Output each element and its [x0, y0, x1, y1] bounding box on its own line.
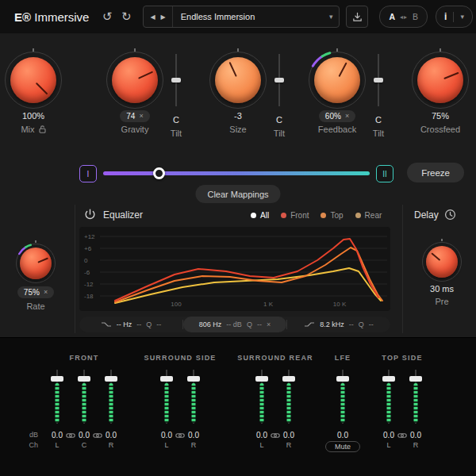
undo-icon[interactable]: ↺ [98, 7, 116, 26]
slider-handle[interactable] [374, 78, 383, 83]
ab-swap-icon[interactable]: ◂▸ [400, 13, 408, 21]
clock-icon[interactable] [444, 209, 456, 221]
link-icon[interactable] [175, 432, 185, 439]
tilt-slider[interactable] [373, 54, 384, 106]
size-knob[interactable] [215, 57, 261, 103]
pre-delay-value[interactable]: 30 ms [430, 284, 454, 294]
eq-curve[interactable] [115, 268, 381, 303]
fader-handle[interactable] [78, 376, 90, 382]
crossfeed-value[interactable]: 75% [432, 109, 449, 122]
channel-gain-value[interactable]: 0.0 [158, 431, 175, 440]
save-preset-button[interactable] [346, 6, 368, 28]
fader-handle[interactable] [282, 376, 295, 382]
redo-icon[interactable]: ↻ [117, 7, 135, 26]
channel-gain-value[interactable]: 0.0 [334, 431, 351, 440]
mix-label: Mix [21, 125, 45, 134]
eq-band-1[interactable]: -- Hz -- Q -- [79, 317, 182, 332]
fader-handle[interactable] [160, 376, 173, 382]
channel-gain-value[interactable]: 0.0 [380, 431, 397, 440]
macro-one-button[interactable]: I [79, 165, 97, 182]
ab-compare[interactable]: A ◂▸ B [379, 6, 428, 28]
fader-handle[interactable] [409, 376, 422, 382]
eq-power-icon[interactable] [84, 209, 97, 221]
divider [75, 205, 75, 333]
close-icon[interactable]: × [345, 112, 349, 120]
fader-handle[interactable] [51, 376, 63, 382]
channel-gain-value[interactable]: 0.0 [253, 431, 271, 440]
size-value[interactable]: -3 [234, 109, 242, 122]
tilt-value[interactable]: C [375, 113, 382, 126]
fader-handle[interactable] [382, 376, 395, 382]
channel-gain-value[interactable]: 0.0 [407, 431, 424, 440]
db-row-label: dB [21, 431, 38, 439]
tab-eq-all[interactable]: All [251, 211, 269, 220]
ab-b-button[interactable]: B [413, 12, 418, 21]
channel-fader[interactable] [255, 370, 268, 427]
pre-delay-knob[interactable] [426, 246, 458, 278]
rate-knob[interactable] [20, 248, 52, 279]
link-icon[interactable] [397, 432, 407, 439]
fader-handle[interactable] [255, 376, 268, 382]
close-icon[interactable]: × [44, 288, 48, 296]
fader-handle[interactable] [105, 376, 117, 382]
tab-eq-rear[interactable]: Rear [355, 211, 382, 220]
close-icon[interactable]: × [139, 112, 143, 120]
info-icon[interactable]: i [444, 11, 447, 22]
eq-band-2[interactable]: 806 Hz -- dB Q -- × [183, 317, 286, 332]
size-control: -3 Size [208, 57, 268, 134]
fader-handle[interactable] [187, 376, 200, 382]
link-icon[interactable] [271, 432, 280, 439]
tab-eq-top[interactable]: Top [321, 211, 343, 220]
rate-value-badge[interactable]: 75% × [17, 286, 54, 298]
clear-mappings-button[interactable]: Clear Mappings [195, 185, 280, 203]
tilt-value[interactable]: C [276, 113, 282, 126]
lock-icon[interactable] [39, 125, 46, 133]
tilt-slider[interactable] [274, 54, 285, 106]
gravity-knob[interactable] [112, 57, 158, 103]
mute-button[interactable]: Mute [325, 441, 360, 452]
channel-fader[interactable] [282, 370, 295, 427]
chevron-down-icon[interactable]: ▾ [460, 13, 464, 21]
freeze-button[interactable]: Freeze [407, 163, 464, 182]
eq-band-3[interactable]: 8.2 kHz -- Q -- [287, 317, 390, 332]
slider-handle[interactable] [171, 78, 181, 83]
channel-fader[interactable] [78, 370, 90, 427]
preset-prev-icon[interactable]: ◀ [150, 13, 155, 21]
link-icon[interactable] [93, 432, 102, 439]
feedback-value-badge[interactable]: 60% × [319, 110, 355, 122]
channel-fader[interactable] [51, 370, 63, 427]
channel-gain-value[interactable]: 0.0 [185, 431, 202, 440]
channel-gain-value[interactable]: 0.0 [280, 431, 298, 440]
feedback-knob[interactable] [314, 57, 360, 103]
gravity-value-badge[interactable]: 74 × [120, 110, 149, 122]
channel-gain-value[interactable]: 0.0 [102, 431, 120, 440]
mix-knob[interactable] [10, 57, 56, 103]
tab-eq-front[interactable]: Front [281, 211, 309, 220]
link-icon[interactable] [66, 432, 75, 439]
fader-handle[interactable] [336, 376, 349, 382]
preset-next-icon[interactable]: ▶ [161, 13, 166, 21]
eq-freq-tick-label: 100 [171, 301, 182, 308]
channel-gain-value[interactable]: 0.0 [48, 431, 66, 440]
chevron-down-icon[interactable]: ▾ [329, 13, 340, 21]
close-icon[interactable]: × [267, 321, 271, 328]
channel-fader[interactable] [382, 370, 395, 427]
preset-name[interactable]: Endless Immersion [173, 12, 329, 21]
tilt-value[interactable]: C [173, 113, 179, 126]
tilt-slider[interactable] [171, 54, 182, 106]
slider-handle[interactable] [274, 78, 284, 83]
ab-a-button[interactable]: A [389, 12, 395, 21]
macro-slider[interactable] [103, 171, 370, 175]
macro-slider-handle[interactable] [153, 167, 165, 179]
eq-graph[interactable]: +12+60-6-12-181001 K10 K [79, 227, 390, 311]
channel-fader[interactable] [160, 370, 173, 427]
channel-fader[interactable] [409, 370, 422, 427]
channel-fader[interactable] [336, 370, 349, 427]
mix-value[interactable]: 100% [22, 109, 44, 122]
info-menu[interactable]: i ▾ [436, 6, 473, 28]
crossfeed-knob[interactable] [417, 57, 463, 103]
channel-fader[interactable] [187, 370, 200, 427]
channel-fader[interactable] [105, 370, 117, 427]
macro-two-button[interactable]: II [376, 165, 393, 182]
channel-gain-value[interactable]: 0.0 [75, 431, 93, 440]
